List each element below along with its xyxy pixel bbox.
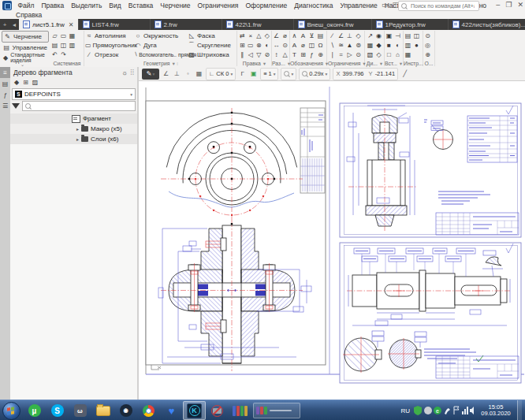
- close-button[interactable]: ✕: [517, 1, 523, 9]
- panel-tab-standard-parts[interactable]: ◆ Стандартные изделия: [2, 53, 49, 63]
- shaft-drawing-sheet[interactable]: [340, 243, 521, 383]
- tool-icon[interactable]: ⊙: [354, 50, 363, 59]
- tab-list4[interactable]: LIST4.frw: [79, 19, 151, 30]
- tool-icon[interactable]: ∥: [238, 50, 247, 59]
- current-layer-select[interactable]: S DEFPOINTS ▾: [12, 88, 136, 100]
- tool-icon[interactable]: ƒ: [307, 50, 316, 59]
- tool-icon[interactable]: ◐: [263, 41, 272, 50]
- zoom-tool-select[interactable]: ▾: [281, 68, 296, 80]
- tree-panel-icon[interactable]: ≡: [0, 67, 10, 78]
- chrome-taskbar-icon[interactable]: [137, 401, 160, 420]
- tool-icon[interactable]: ▲: [345, 41, 354, 50]
- tool-icon[interactable]: ▧: [366, 50, 374, 59]
- hatch-button[interactable]: ▨Штриховка: [188, 50, 235, 59]
- rectangle-button[interactable]: ▭Прямоугольник: [85, 40, 134, 50]
- arc-button[interactable]: ◠Дуга: [134, 40, 188, 50]
- search-input[interactable]: [409, 2, 476, 9]
- tool-icon[interactable]: ⊞: [238, 41, 247, 50]
- tool-icon[interactable]: =: [337, 50, 345, 59]
- tool-icon[interactable]: ⊞: [299, 50, 307, 59]
- filter-funnel-icon[interactable]: [12, 103, 20, 109]
- shaft-main-view[interactable]: [347, 270, 512, 311]
- tool-icon[interactable]: ⊙: [281, 41, 289, 50]
- restore-button[interactable]: ❐: [505, 1, 512, 9]
- gear-icon[interactable]: ☼: [121, 69, 128, 76]
- menu-view[interactable]: Вид: [106, 2, 125, 9]
- tool-icon[interactable]: ⌀: [299, 41, 307, 50]
- tool-icon[interactable]: A: [290, 41, 299, 50]
- tool-icon[interactable]: ▣: [385, 32, 393, 40]
- tool-icon[interactable]: ▽: [255, 50, 263, 59]
- tool-icon[interactable]: ↗: [366, 32, 374, 40]
- grid-icon[interactable]: ▦: [195, 70, 203, 77]
- menu-select[interactable]: Выделить: [68, 2, 106, 9]
- explorer-taskbar-icon[interactable]: [91, 401, 114, 420]
- autoline-button[interactable]: ≈Автолиния: [85, 31, 134, 40]
- tool-icon[interactable]: ▷: [345, 50, 354, 59]
- tool-icon[interactable]: ∠: [337, 32, 345, 40]
- tree-row-macro[interactable]: ▸ Макро (х5): [10, 124, 137, 134]
- tool-icon[interactable]: ⊚: [354, 41, 363, 50]
- circle-button[interactable]: ○Окружность: [134, 31, 188, 40]
- tool-icon[interactable]: ◁: [247, 50, 255, 59]
- tool-icon[interactable]: Ω: [316, 41, 325, 50]
- vertical-title-block[interactable]: [300, 108, 325, 193]
- menu-diagnostics[interactable]: Диагностика: [291, 2, 337, 9]
- tree-row-layers[interactable]: ▸ Слои (х6): [10, 134, 137, 144]
- heart-app-taskbar-icon[interactable]: ♥: [160, 401, 183, 420]
- menu-help[interactable]: Справка: [16, 11, 42, 19]
- tool-icon[interactable]: ×: [247, 32, 255, 40]
- tool-icon[interactable]: ◐: [393, 41, 402, 50]
- expand-arrow-icon[interactable]: ▸: [76, 136, 79, 142]
- tray-clock[interactable]: 15:05 09.03.2020: [478, 404, 514, 418]
- tool-icon[interactable]: ⊕: [316, 50, 325, 59]
- open-document-icon[interactable]: ▭: [59, 32, 68, 40]
- tab-vnesh[interactable]: Внеш_оконч.frw: [294, 19, 372, 30]
- tab-422-listy[interactable]: 422листы(зябликов)...: [449, 19, 525, 30]
- tool-icon[interactable]: A: [299, 32, 307, 40]
- drawing-canvas[interactable]: .g{stroke:#1c1c1c;stroke-width:.8;fill:n…: [139, 81, 525, 400]
- layer-select[interactable]: ≡1▾: [260, 68, 278, 80]
- menu-insert[interactable]: Вставка: [125, 2, 157, 9]
- minimize-button[interactable]: –: [496, 1, 500, 9]
- tool-icon[interactable]: ◫: [412, 32, 421, 40]
- menu-drawing[interactable]: Черчение: [157, 2, 194, 9]
- tool-icon[interactable]: ◎: [423, 41, 432, 50]
- tool-icon[interactable]: △: [255, 32, 263, 40]
- tool-icon[interactable]: ∕: [328, 32, 337, 40]
- tree-search-input[interactable]: [22, 101, 136, 111]
- tool-icon[interactable]: ▭: [247, 41, 255, 50]
- menu-panel-icon[interactable]: ☰: [0, 100, 10, 111]
- tool-icon[interactable]: ◉: [374, 32, 383, 40]
- preview-image-icon[interactable]: ▨: [32, 79, 39, 86]
- tool-icon[interactable]: △: [281, 50, 289, 59]
- layers-panel-icon[interactable]: ▤: [0, 78, 10, 89]
- menu-edit[interactable]: Правка: [38, 2, 68, 9]
- relations-icon[interactable]: ⊞: [23, 79, 28, 86]
- show-desktop-button[interactable]: [517, 400, 522, 420]
- style-pen-button[interactable]: ✎▾: [142, 69, 159, 80]
- eyedropper-icon[interactable]: ╱: [400, 70, 409, 77]
- tool-icon[interactable]: ▤: [316, 32, 325, 40]
- left-sheet[interactable]: [146, 101, 326, 371]
- snap-perpendicular-icon[interactable]: ⊥: [173, 70, 181, 77]
- rounding-toggle-icon[interactable]: ▣: [249, 70, 258, 77]
- tab-2[interactable]: 2.frw: [151, 19, 222, 30]
- variables-panel-icon[interactable]: ƒ: [0, 89, 10, 100]
- tool-icon[interactable]: ●: [412, 41, 421, 50]
- tool-icon[interactable]: ⊕: [423, 50, 432, 59]
- winrar-taskbar-icon[interactable]: [229, 401, 251, 420]
- tool-icon[interactable]: ■: [385, 41, 393, 50]
- snap-angle-icon[interactable]: ∠: [162, 70, 170, 77]
- ortho-icon[interactable]: Γ: [238, 70, 247, 77]
- layout-toggle-icons[interactable]: ▭ ◫: [382, 1, 399, 9]
- open-window-taskbar-button[interactable]: [253, 403, 300, 418]
- save-icon[interactable]: ▦: [68, 32, 76, 40]
- tool-icon[interactable]: ⌂: [393, 50, 402, 59]
- gear-drawing-sheet[interactable]: [340, 103, 521, 237]
- tool-icon[interactable]: ◇: [374, 50, 383, 59]
- tool-icon[interactable]: Т: [290, 50, 299, 59]
- tool-icon[interactable]: ↕: [272, 50, 281, 59]
- start-button[interactable]: [2, 402, 20, 420]
- tab-close-icon[interactable]: ✕: [69, 21, 74, 28]
